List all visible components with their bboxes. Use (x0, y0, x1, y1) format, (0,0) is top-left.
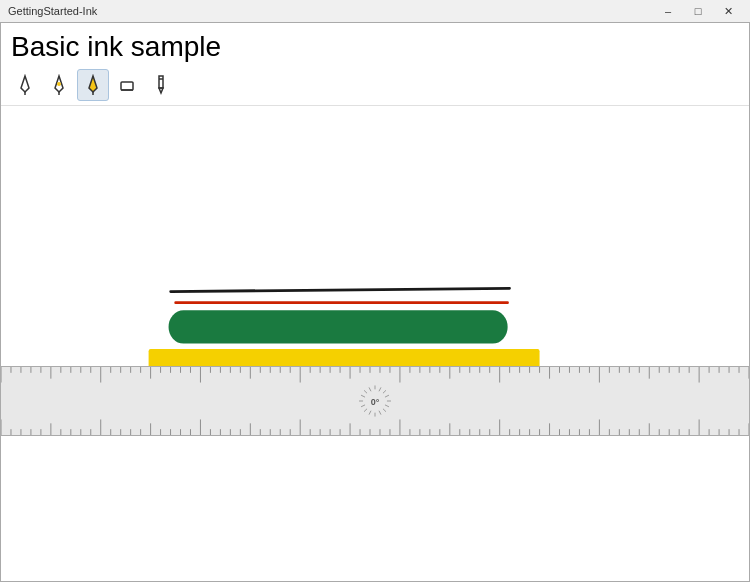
ruler-ticks-svg: 0° (1, 367, 749, 435)
pen-tool-button[interactable] (9, 69, 41, 101)
canvas-area[interactable]: 0° (1, 106, 749, 581)
main-window: Basic ink sample (0, 22, 750, 582)
svg-marker-10 (159, 88, 163, 93)
titlebar: GettingStarted-Ink – □ ✕ (0, 0, 750, 22)
svg-line-12 (171, 288, 510, 291)
svg-rect-7 (121, 82, 133, 90)
svg-text:0°: 0° (371, 397, 380, 407)
highlighter-icon (83, 74, 103, 96)
eraser-tool-button[interactable] (111, 69, 143, 101)
pen2-icon (49, 74, 69, 96)
maximize-button[interactable]: □ (684, 2, 712, 20)
ruler-body: 0° (1, 366, 749, 436)
page-title: Basic ink sample (1, 23, 749, 67)
close-button[interactable]: ✕ (714, 2, 742, 20)
svg-line-181 (379, 387, 381, 391)
eraser-icon (117, 74, 137, 96)
svg-line-176 (361, 395, 365, 397)
svg-line-173 (383, 390, 386, 393)
svg-point-4 (57, 82, 61, 86)
titlebar-title: GettingStarted-Ink (8, 5, 97, 17)
ruler[interactable]: 0° (1, 366, 749, 436)
svg-rect-14 (169, 310, 508, 343)
pencil-icon (151, 74, 171, 96)
highlighter-tool-button[interactable] (77, 69, 109, 101)
svg-line-178 (361, 405, 365, 407)
pen-tool-2-button[interactable] (43, 69, 75, 101)
svg-line-183 (379, 411, 381, 415)
svg-line-182 (369, 411, 371, 415)
titlebar-controls: – □ ✕ (654, 2, 742, 20)
svg-marker-0 (21, 76, 29, 92)
ink-canvas (1, 106, 749, 581)
pen-icon (15, 74, 35, 96)
svg-line-177 (385, 395, 389, 397)
toolbar (1, 67, 749, 106)
svg-line-179 (385, 405, 389, 407)
svg-marker-5 (89, 76, 97, 92)
minimize-button[interactable]: – (654, 2, 682, 20)
svg-line-180 (369, 387, 371, 391)
svg-line-175 (383, 409, 386, 412)
svg-line-174 (364, 409, 367, 412)
pencil-tool-button[interactable] (145, 69, 177, 101)
svg-rect-9 (159, 76, 163, 88)
svg-line-172 (364, 390, 367, 393)
